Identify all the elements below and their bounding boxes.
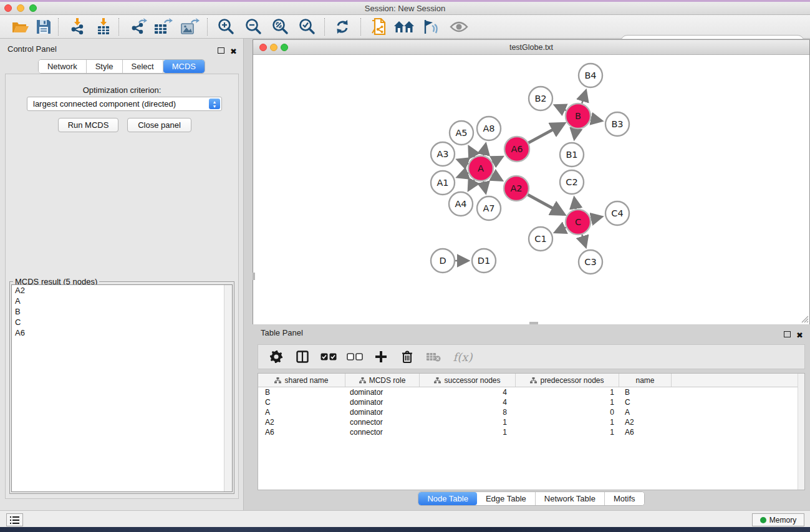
tab-network[interactable]: Network bbox=[39, 60, 87, 73]
graph-edge-A-A3[interactable] bbox=[458, 160, 468, 163]
graph-node-C[interactable]: C bbox=[566, 210, 591, 235]
graph-node-D[interactable]: D bbox=[431, 249, 455, 273]
export-table-icon[interactable] bbox=[152, 16, 175, 37]
graph-edge-A-A1[interactable] bbox=[458, 173, 468, 177]
graph-edge-B-B3[interactable] bbox=[591, 118, 602, 121]
tab-node-table[interactable]: Node Table bbox=[418, 492, 477, 505]
refresh-view-icon[interactable] bbox=[330, 16, 354, 37]
graph-node-B4[interactable]: B4 bbox=[579, 64, 602, 87]
run-mcds-button[interactable]: Run MCDS bbox=[58, 118, 118, 132]
graph-node-A[interactable]: A bbox=[468, 156, 493, 181]
graph-node-B2[interactable]: B2 bbox=[529, 87, 552, 110]
graph-edge-A2-C[interactable] bbox=[528, 195, 564, 214]
table-row[interactable]: A6connector11A6 bbox=[258, 427, 804, 437]
zoom-selected-icon[interactable] bbox=[295, 16, 319, 37]
delete-table-icon[interactable] bbox=[420, 346, 446, 368]
import-network-file-icon[interactable] bbox=[65, 16, 89, 37]
table-row[interactable]: Cdominator41C bbox=[258, 397, 804, 407]
float-panel-icon[interactable] bbox=[784, 329, 791, 340]
column-header-MCDS-role[interactable]: MCDS role bbox=[345, 374, 420, 387]
graph-edge-A6-B[interactable] bbox=[528, 123, 564, 143]
tab-style[interactable]: Style bbox=[87, 60, 123, 73]
window-resize-grip[interactable] bbox=[800, 314, 809, 323]
home-icon[interactable] bbox=[392, 16, 416, 37]
memory-button[interactable]: Memory bbox=[752, 513, 804, 526]
export-image-icon[interactable] bbox=[178, 16, 202, 37]
mcds-list-scrollbar[interactable] bbox=[224, 285, 232, 491]
graph-edge-B-B4[interactable] bbox=[582, 91, 586, 104]
column-header-predecessor-nodes[interactable]: predecessor nodes bbox=[516, 374, 619, 387]
export-network-icon[interactable] bbox=[127, 16, 150, 37]
split-columns-icon[interactable] bbox=[289, 346, 316, 368]
graph-node-C3[interactable]: C3 bbox=[579, 250, 602, 274]
graph-node-A7[interactable]: A7 bbox=[477, 196, 501, 220]
close-panel-button[interactable]: Close panel bbox=[127, 118, 191, 132]
function-builder-icon[interactable]: f(x) bbox=[446, 346, 479, 368]
float-panel-icon[interactable] bbox=[218, 45, 224, 56]
graph-node-B1[interactable]: B1 bbox=[560, 143, 584, 167]
graph-node-A3[interactable]: A3 bbox=[431, 142, 455, 166]
frame-resize-handle[interactable] bbox=[253, 273, 255, 280]
task-history-button[interactable] bbox=[6, 513, 23, 526]
graph-node-A6[interactable]: A6 bbox=[504, 137, 529, 162]
tab-select[interactable]: Select bbox=[123, 60, 163, 73]
table-scrollbar[interactable] bbox=[798, 374, 804, 490]
close-panel-icon[interactable]: ✖ bbox=[230, 46, 237, 57]
graph-edge-C-C4[interactable] bbox=[591, 217, 601, 220]
mcds-result-item[interactable]: A6 bbox=[12, 327, 232, 338]
select-all-checkboxes-icon[interactable] bbox=[316, 346, 342, 368]
graph-node-B[interactable]: B bbox=[566, 104, 591, 128]
graph-edge-C-C2[interactable] bbox=[574, 198, 576, 210]
close-panel-icon[interactable]: ✖ bbox=[796, 329, 803, 341]
deselect-all-checkboxes-icon[interactable] bbox=[342, 346, 368, 368]
graph-edge-C-C3[interactable] bbox=[582, 235, 586, 246]
graph-edge-A-A7[interactable] bbox=[483, 181, 486, 193]
zoom-fit-icon[interactable] bbox=[268, 16, 292, 37]
mcds-result-item[interactable]: A bbox=[12, 296, 232, 306]
graph-edge-A-A2[interactable] bbox=[492, 175, 501, 180]
network-window-titlebar[interactable]: testGlobe.txt bbox=[253, 40, 809, 55]
graph-node-A5[interactable]: A5 bbox=[450, 121, 473, 145]
graph-node-A4[interactable]: A4 bbox=[449, 192, 473, 216]
graph-edge-B-B1[interactable] bbox=[574, 129, 576, 139]
open-session-icon[interactable] bbox=[9, 16, 32, 37]
show-graphics-details-icon[interactable] bbox=[418, 16, 442, 37]
network-canvas[interactable]: B4B2BB3A8A5A6B1A3AC2A1A2A4A7C4CC1C3DD1 bbox=[253, 56, 809, 324]
graph-node-C4[interactable]: C4 bbox=[605, 201, 629, 225]
graph-edge-A-A6[interactable] bbox=[493, 157, 503, 162]
mcds-result-item[interactable]: B bbox=[12, 306, 232, 317]
hide-panel-eye-icon[interactable] bbox=[447, 16, 471, 37]
import-table-file-icon[interactable] bbox=[92, 16, 115, 37]
graph-edge-A-A5[interactable] bbox=[469, 147, 475, 157]
new-network-from-file-icon[interactable] bbox=[367, 16, 390, 37]
add-column-icon[interactable] bbox=[368, 346, 394, 368]
tab-network-table[interactable]: Network Table bbox=[536, 492, 605, 505]
graph-edge-A-A4[interactable] bbox=[469, 180, 475, 190]
tab-edge-table[interactable]: Edge Table bbox=[477, 492, 536, 505]
graph-edge-A-A8[interactable] bbox=[483, 144, 486, 155]
save-session-icon[interactable] bbox=[32, 16, 55, 37]
graph-node-A8[interactable]: A8 bbox=[477, 117, 501, 140]
graph-node-A1[interactable]: A1 bbox=[431, 171, 455, 195]
table-row[interactable]: Bdominator41B bbox=[258, 387, 804, 397]
mcds-result-item[interactable]: A2 bbox=[12, 285, 232, 296]
column-header-successor-nodes[interactable]: successor nodes bbox=[420, 374, 516, 387]
table-settings-gear-icon[interactable] bbox=[263, 346, 289, 368]
delete-column-trash-icon[interactable] bbox=[394, 346, 420, 368]
tab-motifs[interactable]: Motifs bbox=[605, 492, 644, 505]
graph-node-A2[interactable]: A2 bbox=[504, 176, 529, 201]
table-row[interactable]: Adominator80A bbox=[258, 407, 804, 417]
graph-node-B3[interactable]: B3 bbox=[605, 112, 629, 136]
graph-node-D1[interactable]: D1 bbox=[472, 249, 496, 273]
graph-edge-C-C1[interactable] bbox=[556, 228, 566, 233]
graph-edge-B-B2[interactable] bbox=[556, 105, 566, 110]
tab-mcds[interactable]: MCDS bbox=[163, 60, 205, 73]
table-row[interactable]: A2connector11A2 bbox=[258, 417, 804, 427]
zoom-out-icon[interactable] bbox=[241, 16, 265, 37]
graph-node-C2[interactable]: C2 bbox=[560, 170, 584, 194]
column-header-name[interactable]: name bbox=[619, 374, 672, 387]
criterion-select[interactable]: largest connected component (directed) ▲… bbox=[27, 97, 222, 111]
column-header-shared-name[interactable]: shared name bbox=[258, 374, 345, 387]
graph-node-C1[interactable]: C1 bbox=[529, 227, 552, 251]
mcds-result-item[interactable]: C bbox=[12, 317, 232, 327]
